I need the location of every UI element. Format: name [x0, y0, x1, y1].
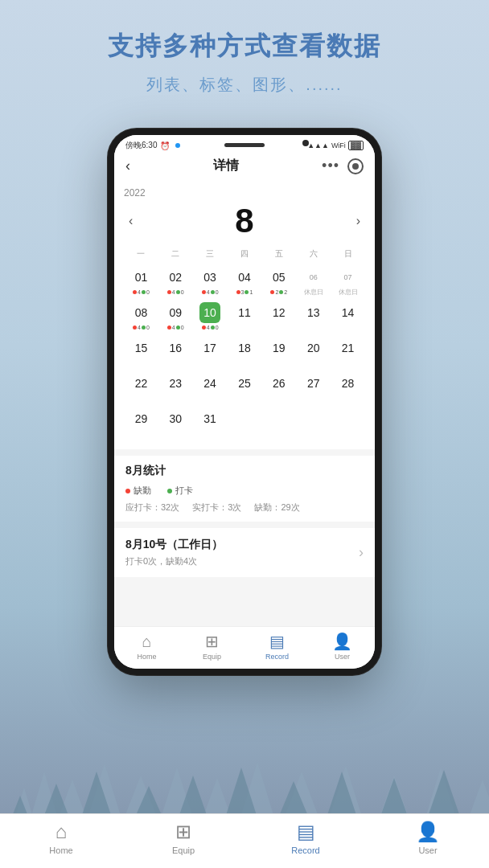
- cal-cell-02[interactable]: 02 4 0: [158, 264, 193, 300]
- legend-checkin: 打卡: [167, 485, 193, 497]
- phone-nav-equip[interactable]: ⊞ Equip: [179, 632, 244, 661]
- cal-dots: 4 0: [167, 325, 184, 330]
- cal-dots: 3 1: [236, 289, 253, 295]
- cal-cell-31[interactable]: 31: [193, 406, 228, 441]
- cal-date-today: 10: [199, 302, 220, 323]
- cal-cell-13[interactable]: 13: [296, 300, 331, 335]
- cal-cell-04[interactable]: 04 3 1: [228, 264, 262, 300]
- app-home-label: Home: [49, 845, 72, 855]
- app-equip-icon: ⊞: [175, 821, 191, 843]
- cal-date: 15: [130, 338, 151, 358]
- cal-cell-blank-4: [331, 406, 365, 441]
- calendar-grid: 01 4 0 02 4 0: [124, 264, 365, 441]
- month-nav: ‹ 8 ›: [124, 202, 365, 240]
- cal-cell-10[interactable]: 10 4 0: [193, 300, 228, 335]
- cal-cell-30[interactable]: 30: [158, 406, 193, 441]
- user-label: User: [335, 653, 350, 661]
- app-nav-user[interactable]: 👤 User: [367, 821, 489, 855]
- cal-date: 02: [165, 267, 186, 288]
- back-button[interactable]: ‹: [125, 158, 130, 174]
- cal-cell-18[interactable]: 18: [228, 335, 262, 371]
- app-record-label: Record: [291, 845, 319, 855]
- cal-date: 06: [303, 267, 324, 288]
- cal-cell-20[interactable]: 20: [296, 335, 331, 371]
- year-label: 2022: [124, 187, 365, 199]
- app-user-label: User: [418, 845, 437, 855]
- calendar-section: 2022 ‹ 8 › 一 二 三 四 五 六 日: [114, 181, 375, 449]
- cal-cell-15[interactable]: 15: [124, 335, 158, 371]
- cal-date: 11: [234, 302, 255, 323]
- weekday-wed: 三: [193, 247, 228, 261]
- detail-left: 8月10号（工作日） 打卡0次，缺勤4次: [125, 538, 223, 567]
- weekday-sun: 日: [331, 247, 365, 261]
- absent-count: 缺勤：29次: [254, 502, 299, 514]
- app-nav-equip[interactable]: ⊞ Equip: [122, 821, 244, 855]
- cal-cell-28[interactable]: 28: [331, 371, 365, 406]
- app-home-icon: ⌂: [55, 821, 68, 843]
- detail-title: 8月10号（工作日）: [125, 538, 223, 552]
- record-button[interactable]: [347, 158, 364, 174]
- home-label: Home: [137, 653, 156, 661]
- phone-nav-record[interactable]: ▤ Record: [244, 632, 310, 661]
- cal-cell-24[interactable]: 24: [193, 371, 228, 406]
- cal-cell-22[interactable]: 22: [124, 371, 158, 406]
- cal-cell-08[interactable]: 08 4 0: [124, 300, 158, 335]
- stats-legend: 缺勤 打卡: [125, 485, 364, 497]
- app-nav-home[interactable]: ⌂ Home: [0, 821, 122, 855]
- cal-cell-06[interactable]: 06 休息日: [296, 264, 331, 300]
- prev-month-button[interactable]: ‹: [124, 212, 138, 230]
- phone-nav-home[interactable]: ⌂ Home: [114, 633, 179, 661]
- cal-dots: 2 2: [270, 289, 287, 295]
- cal-cell-01[interactable]: 01 4 0: [124, 264, 158, 300]
- cal-cell-05[interactable]: 05 2 2: [261, 264, 296, 300]
- cal-cell-25[interactable]: 25: [228, 371, 262, 406]
- more-button[interactable]: •••: [322, 158, 339, 174]
- cal-cell-14[interactable]: 14: [331, 300, 365, 335]
- detail-section[interactable]: 8月10号（工作日） 打卡0次，缺勤4次 ›: [114, 528, 375, 577]
- phone-nav-user[interactable]: 👤 User: [310, 632, 375, 661]
- nav-title: 详情: [213, 158, 239, 174]
- phone-earpiece: [224, 143, 265, 147]
- equip-icon: ⊞: [205, 632, 219, 651]
- status-time: 傍晚6:30: [125, 140, 157, 151]
- month-number: 8: [235, 202, 253, 240]
- app-nav-record[interactable]: ▤ Record: [244, 821, 367, 855]
- absent-dot: [125, 489, 130, 493]
- detail-subtitle: 打卡0次，缺勤4次: [125, 555, 223, 567]
- cal-cell-29[interactable]: 29: [124, 406, 158, 441]
- scheduled-count: 应打卡：32次: [125, 502, 179, 514]
- cal-date: 01: [130, 267, 151, 288]
- weekday-mon: 一: [124, 247, 158, 261]
- cal-cell-16[interactable]: 16: [158, 335, 193, 371]
- cal-cell-21[interactable]: 21: [331, 335, 365, 371]
- cal-cell-19[interactable]: 19: [261, 335, 296, 371]
- cal-date: 24: [199, 373, 220, 394]
- legend-absent: 缺勤: [125, 485, 151, 497]
- cal-cell-26[interactable]: 26: [261, 371, 296, 406]
- cal-cell-09[interactable]: 09 4 0: [158, 300, 193, 335]
- cal-cell-27[interactable]: 27: [296, 371, 331, 406]
- cal-date: 23: [165, 373, 186, 394]
- stats-row: 应打卡：32次 实打卡：3次 缺勤：29次: [125, 502, 364, 514]
- cal-cell-12[interactable]: 12: [261, 300, 296, 335]
- cal-date: 05: [269, 267, 290, 288]
- detail-arrow: ›: [359, 544, 364, 561]
- cal-cell-17[interactable]: 17: [193, 335, 228, 371]
- cal-cell-07[interactable]: 07 休息日: [331, 264, 365, 300]
- cal-cell-23[interactable]: 23: [158, 371, 193, 406]
- next-month-button[interactable]: ›: [351, 212, 365, 230]
- cal-date: 30: [165, 408, 186, 429]
- user-icon: 👤: [332, 632, 352, 651]
- cal-date: 03: [199, 267, 220, 288]
- holiday-label: 休息日: [304, 288, 323, 297]
- checkin-label: 打卡: [175, 485, 193, 497]
- checkin-dot: [167, 489, 172, 493]
- cal-date: 14: [338, 302, 359, 323]
- cal-date: 04: [234, 267, 255, 288]
- phone-mockup: 傍晚6:30 ⏰ ▲▲▲ WiFi ▓▓ ‹ 详情 •••: [108, 129, 381, 675]
- cal-date: 08: [130, 302, 151, 323]
- cal-cell-11[interactable]: 11: [228, 300, 262, 335]
- cal-date: 21: [338, 338, 359, 358]
- cal-cell-03[interactable]: 03 4 0: [193, 264, 228, 300]
- status-dot: [175, 143, 180, 148]
